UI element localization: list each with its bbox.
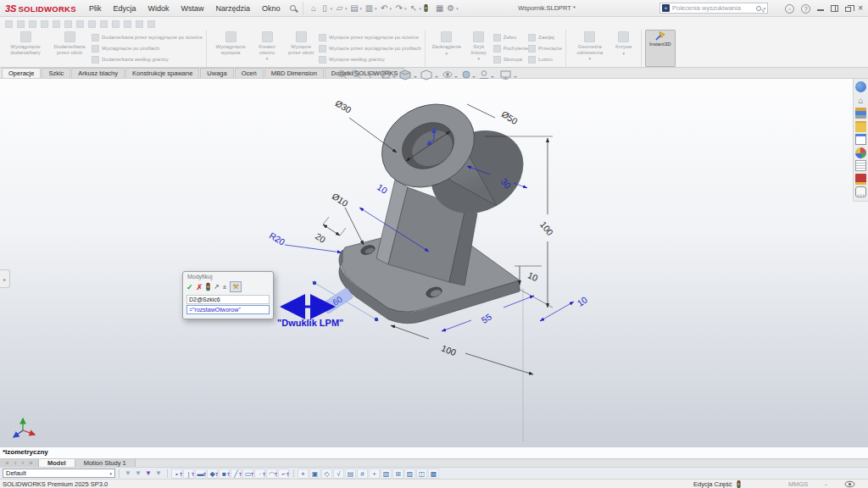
rebuild-icon[interactable] bbox=[206, 283, 209, 291]
boundary-boss-button[interactable]: Dodanie/baza według granicy bbox=[92, 54, 203, 64]
select-cursor-icon[interactable]: ↖ bbox=[409, 3, 420, 13]
instant3d-button[interactable]: Instant3D bbox=[645, 30, 676, 67]
intersect-button[interactable]: Przecięcie bbox=[528, 43, 562, 53]
comments-icon[interactable]: … bbox=[855, 186, 866, 197]
dimension-height-100[interactable]: 100 bbox=[538, 219, 555, 237]
mini-tool-icon[interactable] bbox=[29, 20, 36, 28]
accept-check-icon[interactable]: ✓ bbox=[186, 283, 193, 291]
dimension-offset-55[interactable]: 55 bbox=[480, 311, 493, 325]
redo-icon[interactable]: ↷ bbox=[393, 3, 404, 13]
select-caret-icon[interactable]: ▾ bbox=[420, 6, 422, 11]
tab-operacje[interactable]: Operacje bbox=[2, 68, 41, 78]
draft-button[interactable]: Pochylenie bbox=[493, 43, 528, 53]
redo-caret-icon[interactable]: ▾ bbox=[404, 6, 407, 11]
curves-button[interactable]: Krzywe ▾ bbox=[610, 30, 637, 67]
tab-scroll-buttons[interactable]: « ‹ › » bbox=[0, 459, 39, 467]
shell-button[interactable]: Skorupa bbox=[493, 54, 528, 64]
lofted-boss-button[interactable]: Wyciągnięcie po profilach bbox=[92, 43, 203, 53]
apply-scene-icon[interactable] bbox=[480, 71, 494, 79]
home-icon[interactable]: ⌂ bbox=[309, 3, 320, 13]
mini-tool-icon[interactable] bbox=[17, 20, 25, 28]
tool-center-mark-icon[interactable]: ⌖ bbox=[298, 469, 309, 479]
tool-tables-icon[interactable]: ▨ bbox=[404, 469, 415, 479]
tool-datum-feature-icon[interactable]: + bbox=[369, 469, 380, 479]
dimension-rib-10[interactable]: 10 bbox=[376, 181, 389, 196]
tab-motion-study-1[interactable]: Motion Study 1 bbox=[75, 459, 136, 467]
minimize-button[interactable] bbox=[817, 9, 824, 11]
zoom-fit-icon[interactable] bbox=[339, 71, 347, 79]
menu-pin-icon[interactable] bbox=[290, 5, 296, 11]
filter-clear-icon[interactable]: ▼ bbox=[133, 469, 143, 477]
restore-button[interactable] bbox=[845, 7, 851, 12]
boundary-cut-button[interactable]: Wycięcie według granicy bbox=[319, 54, 421, 64]
new-document-icon[interactable]: ▯ bbox=[320, 3, 331, 13]
configuration-dropdown[interactable]: Default ▾ bbox=[3, 469, 115, 478]
filter-icon[interactable]: ▼ bbox=[123, 469, 133, 477]
tool-balloon-icon[interactable]: ◇ bbox=[321, 469, 332, 479]
mini-tool-icon[interactable] bbox=[41, 20, 48, 28]
spin-increment-icon[interactable]: ± bbox=[223, 283, 226, 291]
mini-tool-icon[interactable] bbox=[64, 20, 72, 28]
help-icon[interactable]: ? bbox=[801, 4, 810, 14]
tab-konstrukcje-spawane[interactable]: Konstrukcje spawane bbox=[125, 68, 199, 78]
dimension-diameter-10[interactable]: Ø10 bbox=[331, 191, 350, 208]
reset-spin-icon[interactable]: ↗ bbox=[214, 283, 220, 291]
tool-note-icon[interactable]: ▣ bbox=[309, 469, 320, 479]
extrude-boss-button[interactable]: Wyciągnięcie dodania/bazy bbox=[3, 30, 47, 67]
tab-mbd-dimension[interactable]: MBD Dimension bbox=[264, 68, 324, 78]
filter-vertices-icon[interactable]: •T bbox=[171, 469, 182, 479]
print-icon[interactable]: ▥ bbox=[364, 3, 375, 13]
file-properties-icon[interactable]: ▦ bbox=[434, 3, 445, 13]
filter-magnify-icon[interactable]: ▼ bbox=[153, 469, 164, 477]
solidworks-resources-icon[interactable] bbox=[855, 81, 866, 92]
tab-ocen[interactable]: Oceń bbox=[235, 68, 264, 78]
revolve-boss-button[interactable]: Dodanie/baza przez obrót bbox=[47, 30, 92, 67]
maximize-button[interactable] bbox=[831, 5, 838, 12]
undo-icon[interactable]: ↶ bbox=[379, 3, 390, 13]
search-caret-icon[interactable]: ▾ bbox=[763, 6, 765, 11]
open-icon[interactable]: ▱ bbox=[334, 3, 345, 13]
filter-surface-bodies-icon[interactable]: ◆T bbox=[207, 469, 218, 479]
home-taskpane-icon[interactable]: ⌂ bbox=[855, 95, 866, 106]
prev-tab-icon[interactable]: ‹ bbox=[14, 460, 16, 466]
view-orientation-cube-icon[interactable] bbox=[400, 70, 417, 80]
custom-properties-icon[interactable] bbox=[855, 160, 866, 171]
toolbox-icon[interactable] bbox=[855, 174, 866, 185]
tab-model[interactable]: Model bbox=[39, 459, 75, 467]
fillet-caret-icon[interactable]: ▾ bbox=[445, 51, 448, 57]
dimension-length-20[interactable]: 20 bbox=[314, 230, 327, 245]
dimension-diameter-30[interactable]: Ø30 bbox=[333, 97, 353, 115]
mini-tool-icon[interactable] bbox=[76, 20, 84, 28]
filter-sketch-segments-icon[interactable]: ◠T bbox=[266, 469, 277, 479]
search-icon[interactable] bbox=[756, 6, 761, 11]
display-style-icon[interactable] bbox=[421, 70, 438, 80]
mirror-button[interactable]: Lustro bbox=[528, 54, 562, 64]
linear-pattern-caret-icon[interactable]: ▾ bbox=[477, 56, 480, 62]
hide-show-items-eye-icon[interactable] bbox=[443, 72, 458, 78]
menu-plik[interactable]: Plik bbox=[83, 3, 108, 14]
file-explorer-icon[interactable] bbox=[855, 121, 866, 132]
dimension-value-input[interactable]: ="rozstawOtworow" bbox=[186, 305, 270, 314]
last-tab-icon[interactable]: » bbox=[30, 460, 33, 466]
menu-edycja[interactable]: Edycja bbox=[107, 3, 142, 14]
revolved-cut-button[interactable]: Wycięcie przez obrót bbox=[283, 30, 319, 67]
close-button[interactable]: × bbox=[858, 4, 863, 13]
view-settings-monitor-icon[interactable] bbox=[501, 71, 517, 79]
extruded-cut-button[interactable]: Wyciągnięcie wycięcia bbox=[210, 30, 251, 67]
tab-uwaga[interactable]: Uwaga bbox=[200, 68, 233, 78]
tool-geometric-tolerance-icon[interactable]: # bbox=[357, 469, 368, 479]
mini-tool-icon[interactable] bbox=[88, 20, 96, 28]
mini-tool-icon[interactable] bbox=[147, 20, 155, 28]
rib-button[interactable]: Żebro bbox=[493, 32, 528, 42]
filter-axes-icon[interactable]: ╱T bbox=[231, 469, 242, 479]
graphics-area[interactable]: Ø30 Ø50 Ø10 20 100 10 100 R20 10 bbox=[0, 79, 868, 447]
fillet-button[interactable]: Zaokrąglenie ▾ bbox=[429, 30, 465, 67]
cancel-x-icon[interactable]: ✗ bbox=[197, 283, 203, 291]
mini-tool-icon[interactable] bbox=[124, 20, 131, 28]
design-library-icon[interactable] bbox=[855, 108, 866, 119]
filter-planes-icon[interactable]: ▭T bbox=[242, 469, 253, 479]
dimension-name-field[interactable]: D2@Szkic6 bbox=[186, 295, 270, 304]
next-tab-icon[interactable]: › bbox=[22, 460, 24, 466]
tool-surface-finish-icon[interactable]: √ bbox=[333, 469, 344, 479]
swept-boss-button[interactable]: Dodanie/baza przez wyciągnięcie po ścież… bbox=[92, 32, 203, 42]
